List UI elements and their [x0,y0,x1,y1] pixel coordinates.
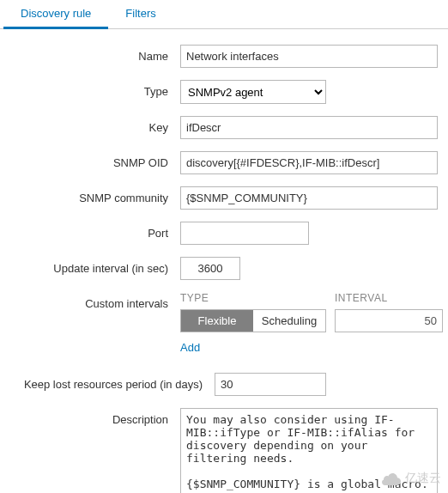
watermark: 亿速云 [381,471,441,486]
label-snmp-oid: SNMP OID [5,151,180,174]
ci-interval-input[interactable]: 50 [335,309,443,332]
watermark-text: 亿速云 [405,471,441,486]
add-interval-link[interactable]: Add [180,341,443,354]
label-keep-lost: Keep lost resources period (in days) [5,373,215,396]
label-custom-intervals: Custom intervals [5,292,180,354]
label-name: Name [5,45,180,68]
tab-bar: Discovery rule Filters [0,0,448,29]
interval-type-segmented: Flexible Scheduling [180,309,326,332]
snmp-community-input[interactable] [180,186,438,210]
discovery-form: Name Type SNMPv2 agent Key SNMP OID SNMP… [0,29,448,493]
label-update-interval: Update interval (in sec) [5,257,180,280]
cloud-icon [381,472,402,485]
port-input[interactable] [180,222,309,245]
seg-scheduling[interactable]: Scheduling [253,310,325,332]
keep-lost-input[interactable] [215,373,326,396]
label-port: Port [5,222,180,245]
type-select[interactable]: SNMPv2 agent [180,80,326,104]
tab-filters[interactable]: Filters [108,0,173,28]
label-description: Description [5,408,180,493]
key-input[interactable] [180,116,438,139]
label-key: Key [5,116,180,139]
label-type: Type [5,80,180,104]
tab-discovery-rule[interactable]: Discovery rule [3,0,108,29]
seg-flexible[interactable]: Flexible [181,310,253,332]
update-interval-input[interactable] [180,257,240,280]
label-snmp-community: SNMP community [5,186,180,210]
name-input[interactable] [180,45,438,68]
ci-header-type: TYPE [180,292,335,304]
ci-header-interval: INTERVAL [335,292,443,304]
snmp-oid-input[interactable] [180,151,438,174]
